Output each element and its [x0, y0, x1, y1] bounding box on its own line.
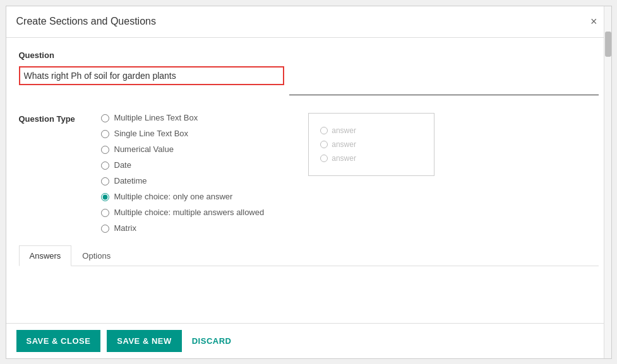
option-date[interactable]: Date	[101, 160, 265, 170]
preview-answer-1: answer	[320, 126, 422, 135]
question-input-wrapper[interactable]	[19, 66, 284, 85]
option-datetime-label: Datetime	[114, 176, 147, 185]
option-multiple-choice-many[interactable]: Multiple choice: multiple answers allowe…	[101, 208, 265, 217]
scrollbar-thumb[interactable]	[605, 32, 611, 57]
option-multiple-choice-one-label: Multiple choice: only one answer	[114, 192, 233, 201]
input-underline	[289, 95, 599, 95]
option-single-line-label: Single Line Text Box	[114, 129, 189, 138]
answer-preview-box: answer answer answer	[308, 113, 434, 176]
preview-radio-1	[320, 127, 328, 134]
preview-answer-3-label: answer	[332, 154, 356, 163]
save-new-button[interactable]: SAVE & NEW	[107, 330, 181, 352]
close-button[interactable]: ×	[587, 14, 601, 30]
option-date-label: Date	[114, 160, 131, 170]
option-numerical-label: Numerical Value	[114, 144, 174, 154]
scrollbar[interactable]	[604, 6, 611, 358]
question-label: Question	[19, 50, 599, 60]
preview-answer-1-label: answer	[332, 126, 356, 135]
question-input[interactable]	[24, 71, 279, 81]
option-numerical[interactable]: Numerical Value	[101, 144, 265, 154]
option-datetime[interactable]: Datetime	[101, 176, 265, 185]
dialog-header: Create Sections and Questions ×	[6, 6, 611, 38]
question-type-section: Question Type Multiple Lines Text Box Si…	[19, 113, 599, 233]
dialog-footer: SAVE & CLOSE SAVE & NEW DISCARD	[6, 323, 611, 358]
preview-answer-2-label: answer	[332, 140, 356, 149]
save-close-button[interactable]: SAVE & CLOSE	[16, 330, 101, 352]
option-multiple-lines-label: Multiple Lines Text Box	[114, 113, 198, 122]
preview-answer-3: answer	[320, 154, 422, 163]
option-single-line[interactable]: Single Line Text Box	[101, 129, 265, 138]
preview-radio-3	[320, 155, 328, 162]
dialog-title: Create Sections and Questions	[16, 16, 156, 27]
tabs-row: Answers Options	[19, 245, 599, 266]
preview-radio-2	[320, 141, 328, 148]
question-type-label: Question Type	[19, 113, 82, 233]
create-sections-dialog: Create Sections and Questions × Question…	[6, 6, 612, 359]
dialog-body: Question Question Type Multiple Lines Te…	[6, 38, 611, 323]
option-multiple-lines[interactable]: Multiple Lines Text Box	[101, 113, 265, 122]
option-matrix-label: Matrix	[114, 223, 136, 233]
option-multiple-choice-one[interactable]: Multiple choice: only one answer	[101, 192, 265, 201]
discard-button[interactable]: DISCARD	[188, 330, 236, 352]
radio-options: Multiple Lines Text Box Single Line Text…	[101, 113, 265, 233]
option-multiple-choice-many-label: Multiple choice: multiple answers allowe…	[114, 208, 265, 217]
option-matrix[interactable]: Matrix	[101, 223, 265, 233]
tab-options[interactable]: Options	[71, 245, 121, 266]
tab-answers[interactable]: Answers	[19, 245, 72, 266]
preview-answer-2: answer	[320, 140, 422, 149]
